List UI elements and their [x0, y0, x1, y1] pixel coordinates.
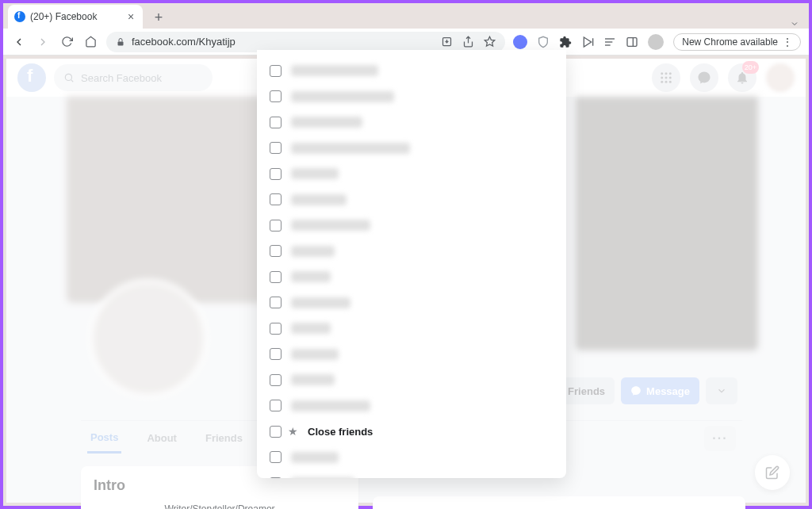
- shield-icon[interactable]: [537, 36, 550, 48]
- list-item[interactable]: [262, 470, 561, 478]
- checkbox[interactable]: [270, 426, 282, 438]
- svg-marker-4: [584, 37, 592, 47]
- facebook-favicon-icon: [14, 11, 25, 22]
- list-name-redacted: [291, 452, 339, 463]
- notifications-icon[interactable]: 20+: [728, 63, 756, 92]
- list-item[interactable]: [262, 264, 561, 290]
- list-item[interactable]: [262, 342, 561, 368]
- list-item[interactable]: [262, 316, 561, 342]
- forward-button[interactable]: [35, 34, 51, 50]
- list-item[interactable]: [262, 445, 561, 471]
- list-item[interactable]: [262, 58, 561, 84]
- notification-badge: 20+: [742, 61, 759, 74]
- checkbox[interactable]: [270, 297, 282, 308]
- apps-icon[interactable]: [652, 63, 680, 92]
- svg-point-14: [665, 72, 668, 75]
- list-name-redacted: [291, 91, 394, 102]
- home-button[interactable]: [82, 34, 98, 50]
- list-item[interactable]: [262, 367, 561, 393]
- svg-point-19: [661, 81, 663, 83]
- intro-line: Writer/Storyteller/Dreamer: [94, 502, 346, 509]
- facebook-search[interactable]: Search Facebook: [54, 64, 213, 91]
- list-name-redacted: [291, 297, 350, 308]
- list-item[interactable]: [262, 109, 561, 136]
- chrome-update-button[interactable]: New Chrome available ⋮: [673, 33, 801, 51]
- compose-fab[interactable]: [755, 455, 790, 490]
- list-item[interactable]: [262, 136, 561, 162]
- browser-tab[interactable]: (20+) Facebook ×: [8, 5, 143, 29]
- checkbox[interactable]: [270, 477, 282, 478]
- list-name-redacted: [291, 477, 354, 478]
- svg-point-17: [665, 77, 668, 79]
- checkbox[interactable]: [270, 117, 282, 128]
- list-item[interactable]: ★Close friends: [262, 419, 561, 445]
- checkbox[interactable]: [270, 323, 282, 335]
- share-icon[interactable]: [462, 36, 474, 48]
- list-item[interactable]: [262, 290, 561, 316]
- svg-marker-3: [485, 36, 496, 46]
- extensions-icon[interactable]: [559, 36, 572, 48]
- side-panel-icon[interactable]: [626, 36, 638, 48]
- tab-friends[interactable]: Friends: [202, 424, 246, 452]
- checkbox[interactable]: [270, 168, 282, 180]
- install-icon[interactable]: [441, 36, 453, 48]
- media-icon[interactable]: [581, 36, 594, 48]
- chevron-down-icon: [716, 385, 727, 396]
- reload-button[interactable]: [59, 34, 75, 50]
- more-actions-button[interactable]: [706, 377, 737, 404]
- tabs-chevron-icon[interactable]: [790, 19, 799, 29]
- svg-line-12: [71, 80, 74, 82]
- close-friends-label: Close friends: [308, 426, 373, 438]
- compose-card: Photo/video Tag people Feeling/activity: [373, 496, 745, 509]
- list-item[interactable]: [262, 84, 561, 110]
- account-avatar[interactable]: [766, 63, 795, 92]
- cover-photo-right: [576, 97, 758, 350]
- star-icon[interactable]: [484, 36, 496, 48]
- checkbox[interactable]: [270, 65, 282, 77]
- checkbox[interactable]: [270, 142, 282, 154]
- list-name-redacted: [291, 374, 335, 385]
- tabs-more-button[interactable]: ···: [704, 426, 736, 451]
- checkbox[interactable]: [270, 451, 282, 463]
- profile-avatar-icon[interactable]: [648, 34, 664, 50]
- checkbox[interactable]: [270, 193, 282, 205]
- svg-point-11: [65, 74, 71, 80]
- tab-posts[interactable]: Posts: [87, 423, 121, 454]
- url-field[interactable]: facebook.com/Khyatijp: [106, 32, 505, 52]
- checkbox[interactable]: [270, 374, 282, 386]
- svg-point-16: [661, 77, 663, 79]
- kebab-icon: ⋮: [783, 36, 792, 48]
- message-button[interactable]: Message: [621, 377, 699, 404]
- close-icon[interactable]: ×: [125, 11, 136, 22]
- facebook-logo-icon[interactable]: [17, 63, 46, 92]
- svg-point-13: [661, 72, 663, 75]
- download-icon[interactable]: [513, 35, 527, 49]
- list-name-redacted: [291, 65, 378, 76]
- tab-about[interactable]: About: [144, 424, 180, 452]
- lock-icon: [116, 37, 125, 47]
- checkbox[interactable]: [270, 220, 282, 232]
- intro-heading: Intro: [94, 477, 346, 494]
- profile-picture[interactable]: [89, 279, 208, 398]
- back-button[interactable]: [11, 34, 27, 50]
- list-item[interactable]: [262, 161, 561, 187]
- svg-rect-0: [118, 41, 124, 45]
- list-item[interactable]: [262, 239, 561, 265]
- browser-tab-bar: (20+) Facebook × +: [3, 3, 809, 29]
- checkbox[interactable]: [270, 245, 282, 257]
- svg-point-21: [669, 81, 672, 83]
- checkbox[interactable]: [270, 400, 282, 411]
- svg-point-15: [669, 72, 672, 75]
- messenger-icon: [630, 385, 642, 396]
- reading-list-icon[interactable]: [603, 36, 616, 48]
- checkbox[interactable]: [270, 348, 282, 360]
- checkbox[interactable]: [270, 90, 282, 102]
- messenger-icon[interactable]: [690, 63, 718, 92]
- list-name-redacted: [291, 194, 347, 205]
- checkbox[interactable]: [270, 271, 282, 283]
- list-item[interactable]: [262, 187, 561, 213]
- edit-icon: [765, 465, 779, 480]
- list-item[interactable]: [262, 212, 561, 239]
- new-tab-button[interactable]: +: [147, 6, 170, 29]
- list-item[interactable]: [262, 393, 561, 419]
